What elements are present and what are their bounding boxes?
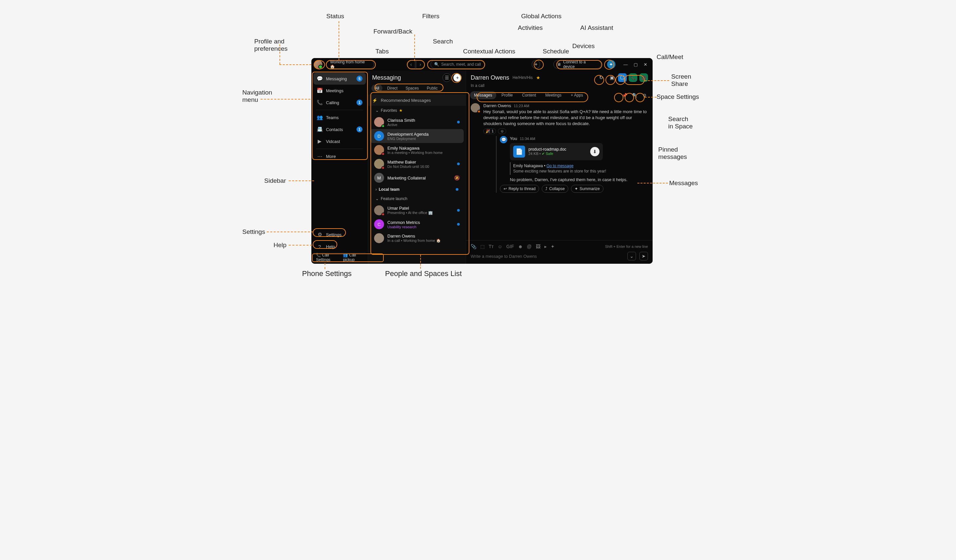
reaction[interactable]: 🎉1 xyxy=(483,129,496,134)
expand-button[interactable]: ⌄ xyxy=(627,252,636,260)
collapse-button[interactable]: ⤴ Collapse xyxy=(542,185,568,193)
nav-item-vidcast[interactable]: ▶Vidcast xyxy=(313,135,366,147)
audio-call-button[interactable]: 📞 xyxy=(629,73,637,82)
chat-tab-messages[interactable]: Messages xyxy=(470,91,496,99)
nav-item-more[interactable]: ⋯More xyxy=(313,150,366,162)
ai-compose-icon[interactable]: ✦ xyxy=(551,244,555,249)
conversation-item[interactable]: CCommon MetricsUsability research xyxy=(370,217,464,231)
ai-assistant-button[interactable]: ✦ xyxy=(607,60,615,69)
gear-icon: ⚙ xyxy=(317,232,322,237)
minimize-button[interactable]: — xyxy=(623,62,628,67)
nav-icon: 👥 xyxy=(317,115,322,121)
composer: 📎 ⬚ Tт ☺ GIF ☻ @ 🖼 ▸ ✦ Shift + Enter for… xyxy=(466,240,653,264)
section-feature-launch[interactable]: ⌄ Feature launch xyxy=(370,194,464,203)
annotation-global: Global Actions xyxy=(521,13,561,20)
filter-button[interactable]: ☰ xyxy=(442,73,451,82)
recommended-messages[interactable]: ⚡ Recommended Messages xyxy=(368,94,466,106)
message-input[interactable]: Write a message to Darren Owens xyxy=(471,254,624,259)
conversation-item[interactable]: MMarketing Collateral🔕 xyxy=(370,171,464,185)
nav-item-calling[interactable]: 📞Calling1 xyxy=(313,97,366,108)
back-button[interactable]: ‹ xyxy=(407,60,415,69)
list-tab-public[interactable]: Public xyxy=(423,85,441,92)
help-button[interactable]: ? Help xyxy=(313,240,366,253)
activities-button[interactable]: ▣ xyxy=(607,73,616,82)
favorites-header[interactable]: ⌄ Favorites ★ xyxy=(370,106,464,115)
annotation-phone: Phone Settings xyxy=(302,269,352,278)
pinned-messages-button[interactable]: 📌 xyxy=(621,91,629,99)
attach-icon[interactable]: 📎 xyxy=(471,244,476,249)
chat-tab-meetings[interactable]: Meetings xyxy=(541,91,566,99)
conversation-item[interactable]: Clarissa SmithActive xyxy=(370,115,464,129)
annotation-tabs: Tabs xyxy=(376,48,389,55)
conversation-item[interactable]: Matthew BakerDo Not Disturb until 16:00 xyxy=(370,157,464,171)
new-message-button[interactable]: + xyxy=(453,73,462,82)
search-icon: 🔍 xyxy=(434,62,439,67)
conversation-item[interactable]: Emily NakagawaIn a meeting • Working fro… xyxy=(370,143,464,157)
screenshot-icon[interactable]: ⬚ xyxy=(480,244,485,249)
connect-device-button[interactable]: 🖥 Connect to a device xyxy=(553,60,601,69)
message-avatar[interactable] xyxy=(471,103,480,113)
screen-share-button[interactable]: 🖵 xyxy=(618,73,627,82)
profile-avatar[interactable] xyxy=(314,60,322,69)
gif-icon[interactable]: GIF xyxy=(506,244,514,249)
annotation-sidebar: Sidebar xyxy=(264,177,286,184)
image-icon[interactable]: 🖼 xyxy=(536,244,540,249)
nav-item-contacts[interactable]: 📇Contacts1 xyxy=(313,124,366,135)
annotation-contextual: Contextual Actions xyxy=(463,48,515,55)
sticker-icon[interactable]: ☻ xyxy=(518,244,523,249)
conversation-item[interactable]: DDevelopment AgendaENG Deployment xyxy=(370,129,464,143)
video-call-button[interactable]: 🎥 xyxy=(639,73,648,82)
download-button[interactable]: ⬇ xyxy=(590,147,599,156)
conversation-item[interactable]: Umar PatelPresenting • At the office 🏢 xyxy=(370,203,464,217)
muted-icon: 🔕 xyxy=(454,175,460,180)
avatar xyxy=(374,145,384,155)
summarize-button[interactable]: ✦ Summarize xyxy=(571,185,604,193)
annotation-screenshare: Screen Share xyxy=(671,73,691,88)
mention-icon[interactable]: @ xyxy=(527,244,531,249)
list-title: Messaging xyxy=(372,74,401,81)
file-attachment[interactable]: 📄 product-roadmap.doc 24 KB • ✔ Safe ⬇ xyxy=(510,143,603,160)
call-pickup-button[interactable]: 👥 Call pickup xyxy=(343,253,363,262)
global-add-button[interactable]: + xyxy=(532,60,540,69)
list-tab-all[interactable]: All xyxy=(371,85,382,92)
chat-status: In a call xyxy=(466,83,653,90)
video-icon[interactable]: ▸ xyxy=(544,244,547,249)
favorite-star-icon[interactable]: ★ xyxy=(536,75,540,80)
section-local-team[interactable]: › Local team xyxy=(370,185,464,194)
settings-button[interactable]: ⚙ Settings xyxy=(313,229,366,240)
nav-item-messaging[interactable]: 💬Messaging5 xyxy=(313,73,366,85)
close-button[interactable]: ✕ xyxy=(644,62,647,67)
badge: 5 xyxy=(357,76,363,82)
annotation-help: Help xyxy=(274,242,286,249)
emoji-icon[interactable]: ☺ xyxy=(498,244,502,249)
reply-thread-button[interactable]: ↩ Reply to thread xyxy=(500,185,539,193)
space-settings-button[interactable]: ⚙ xyxy=(641,91,649,99)
avatar: C xyxy=(374,219,384,229)
add-apps-tab[interactable]: + Apps xyxy=(567,91,587,99)
list-tabs: AllDirectSpacesPublic xyxy=(368,83,466,94)
call-settings-button[interactable]: 📞 Call Settings xyxy=(316,253,338,262)
nav-item-meetings[interactable]: 📅Meetings xyxy=(313,85,366,97)
avatar: D xyxy=(374,131,384,141)
send-button[interactable]: ➤ xyxy=(639,252,648,260)
schedule-button[interactable]: ↻ xyxy=(597,73,605,82)
conversation-item[interactable]: Darren OwensIn a call • Working from hom… xyxy=(370,231,464,245)
add-reaction[interactable]: ☺ xyxy=(498,129,506,134)
annotation-searchspace: Search in Space xyxy=(668,115,693,130)
search-input[interactable]: 🔍 Search, meet, and call xyxy=(431,60,485,69)
list-tab-direct[interactable]: Direct xyxy=(384,85,401,92)
list-tab-spaces[interactable]: Spaces xyxy=(402,85,422,92)
nav-item-teams[interactable]: 👥Teams xyxy=(313,111,366,124)
avatar xyxy=(374,117,384,127)
status-pill[interactable]: Working from home 🏠 xyxy=(325,60,374,69)
annotation-spacesettings: Space Settings xyxy=(657,93,699,100)
search-in-space-button[interactable]: 🔍 xyxy=(631,91,639,99)
forward-button[interactable]: › xyxy=(416,60,425,69)
go-to-message-link[interactable]: Go to message xyxy=(546,163,573,168)
chat-tab-profile[interactable]: Profile xyxy=(498,91,517,99)
chat-tab-content[interactable]: Content xyxy=(518,91,540,99)
maximize-button[interactable]: ▢ xyxy=(634,62,638,67)
unread-dot xyxy=(457,209,460,212)
sidebar-nav: 💬Messaging5📅Meetings📞Calling1👥Teams📇Cont… xyxy=(311,71,368,264)
format-icon[interactable]: Tт xyxy=(489,244,494,249)
